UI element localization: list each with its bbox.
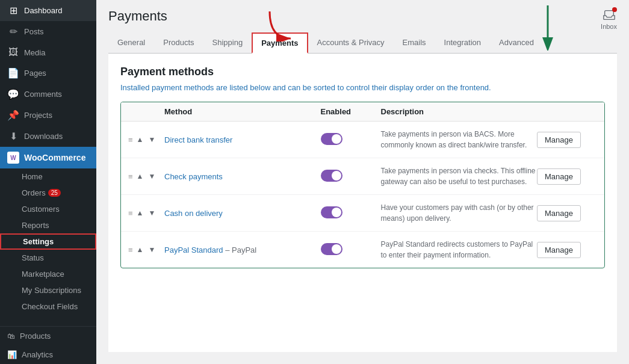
sidebar-item-posts[interactable]: ✏ Posts — [0, 21, 96, 42]
move-up-button[interactable]: ▲ — [135, 208, 145, 218]
sidebar-item-dashboard[interactable]: ⊞ Dashboard — [0, 0, 96, 21]
row-controls-paypal: ≡ ▲ ▼ — [128, 245, 164, 254]
inbox-notification-dot — [612, 7, 617, 12]
method-name-cod[interactable]: Cash on delivery — [164, 209, 321, 218]
move-up-button[interactable]: ▲ — [135, 171, 145, 181]
tab-integration[interactable]: Integration — [435, 32, 490, 54]
toggle-direct-bank[interactable] — [321, 133, 381, 147]
analytics-icon: 📊 — [7, 350, 17, 359]
home-label: Home — [22, 172, 43, 181]
table-row: ≡ ▲ ▼ PayPal Standard – PayPal PayPal St… — [121, 232, 604, 268]
sidebar-item-orders[interactable]: Orders 25 — [0, 185, 96, 201]
header-enabled: Enabled — [321, 107, 381, 116]
tab-accounts-privacy[interactable]: Accounts & Privacy — [308, 32, 394, 54]
desc-check: Take payments in person via checks. This… — [381, 165, 538, 187]
manage-button[interactable]: Manage — [537, 205, 581, 221]
tab-general[interactable]: General — [108, 32, 154, 54]
paypal-name: PayPal Standard — [164, 245, 223, 254]
sidebar-item-comments[interactable]: 💬 Comments — [0, 84, 96, 105]
woocommerce-menu-header[interactable]: W WooCommerce — [0, 147, 96, 168]
products-label: Products — [20, 332, 51, 341]
manage-button[interactable]: Manage — [537, 132, 581, 148]
sidebar-label-pages: Pages — [24, 69, 46, 78]
header-controls — [128, 107, 164, 116]
comments-icon: 💬 — [7, 88, 19, 100]
manage-direct-bank[interactable]: Manage — [537, 132, 597, 148]
sidebar-item-status[interactable]: Status — [0, 250, 96, 266]
sidebar-label-posts: Posts — [24, 27, 44, 36]
manage-button[interactable]: Manage — [537, 242, 581, 258]
sidebar-item-downloads[interactable]: ⬇ Downloads — [0, 126, 96, 147]
sidebar-item-settings[interactable]: Settings ← — [0, 233, 96, 250]
method-name-direct-bank[interactable]: Direct bank transfer — [164, 135, 321, 144]
sidebar-item-marketplace[interactable]: Marketplace — [0, 266, 96, 282]
inbox-label: Inbox — [601, 23, 617, 30]
desc-paypal: PayPal Standard redirects customers to P… — [381, 239, 538, 261]
drag-handle-icon: ≡ — [128, 245, 133, 254]
table-row: ≡ ▲ ▼ Direct bank transfer Take payments… — [121, 122, 604, 158]
sidebar: ⊞ Dashboard ✏ Posts 🖼 Media 📄 Pages 💬 Co… — [0, 0, 96, 364]
main-header: Payments Inbox — [96, 0, 629, 30]
sidebar-label-downloads: Downloads — [24, 132, 63, 141]
tab-products[interactable]: Products — [154, 32, 203, 54]
move-down-button[interactable]: ▼ — [147, 208, 156, 218]
manage-cod[interactable]: Manage — [537, 205, 597, 221]
content-area: Payment methods Installed payment method… — [108, 54, 617, 352]
sidebar-item-home[interactable]: Home — [0, 168, 96, 185]
sidebar-item-products[interactable]: 🛍 Products — [0, 326, 96, 345]
tab-shipping[interactable]: Shipping — [203, 32, 252, 54]
tab-advanced[interactable]: Advanced — [490, 32, 543, 54]
sidebar-item-customers[interactable]: Customers — [0, 201, 96, 217]
drag-handle-icon: ≡ — [128, 135, 133, 144]
enabled-toggle[interactable] — [321, 133, 342, 145]
sidebar-item-checkout-fields[interactable]: Checkout Fields — [0, 298, 96, 315]
toggle-check[interactable] — [321, 170, 381, 184]
settings-label: Settings — [23, 237, 54, 246]
section-description: Installed payment methods are listed bel… — [120, 83, 605, 92]
row-controls-check: ≡ ▲ ▼ — [128, 171, 164, 181]
sidebar-label-media: Media — [24, 48, 45, 57]
main-content: Payments Inbox General Products Shipping… — [96, 0, 629, 364]
move-down-button[interactable]: ▼ — [147, 171, 156, 181]
method-name-paypal[interactable]: PayPal Standard – PayPal — [164, 245, 321, 254]
sidebar-item-my-subscriptions[interactable]: My Subscriptions — [0, 282, 96, 298]
move-down-button[interactable]: ▼ — [147, 245, 156, 254]
sidebar-label-dashboard: Dashboard — [24, 6, 63, 15]
header-description: Description — [381, 107, 538, 116]
inbox-button[interactable]: Inbox — [601, 8, 617, 30]
posts-icon: ✏ — [7, 26, 19, 37]
enabled-toggle[interactable] — [321, 170, 342, 182]
projects-icon: 📌 — [7, 110, 19, 121]
woocommerce-icon: W — [7, 152, 19, 164]
tab-emails[interactable]: Emails — [394, 32, 435, 54]
manage-check[interactable]: Manage — [537, 168, 597, 185]
sidebar-label-projects: Projects — [24, 111, 52, 120]
dashboard-icon: ⊞ — [7, 5, 19, 16]
orders-label: Orders — [22, 188, 46, 197]
sidebar-item-projects[interactable]: 📌 Projects — [0, 105, 96, 126]
move-up-button[interactable]: ▲ — [135, 245, 145, 254]
tabs-container: General Products Shipping Payments Accou… — [108, 32, 617, 54]
drag-handle-icon: ≡ — [128, 209, 133, 218]
reports-label: Reports — [22, 221, 49, 230]
toggle-cod[interactable] — [321, 206, 381, 220]
header-actions — [537, 107, 597, 116]
products-icon: 🛍 — [7, 332, 15, 341]
sidebar-item-pages[interactable]: 📄 Pages — [0, 63, 96, 84]
manage-button[interactable]: Manage — [537, 168, 581, 185]
sidebar-item-media[interactable]: 🖼 Media — [0, 42, 96, 63]
move-down-button[interactable]: ▼ — [147, 135, 156, 144]
sidebar-item-analytics[interactable]: 📊 Analytics — [0, 345, 96, 364]
tab-payments[interactable]: Payments — [252, 32, 308, 54]
enabled-toggle[interactable] — [321, 206, 342, 218]
sidebar-item-reports[interactable]: Reports — [0, 217, 96, 233]
downloads-icon: ⬇ — [7, 131, 19, 142]
manage-paypal[interactable]: Manage — [537, 242, 597, 258]
row-controls-cod: ≡ ▲ ▼ — [128, 208, 164, 218]
toggle-paypal[interactable] — [321, 243, 381, 257]
move-up-button[interactable]: ▲ — [135, 135, 145, 144]
enabled-toggle[interactable] — [321, 243, 342, 255]
status-label: Status — [22, 253, 44, 262]
analytics-label: Analytics — [22, 350, 53, 359]
method-name-check[interactable]: Check payments — [164, 172, 321, 181]
